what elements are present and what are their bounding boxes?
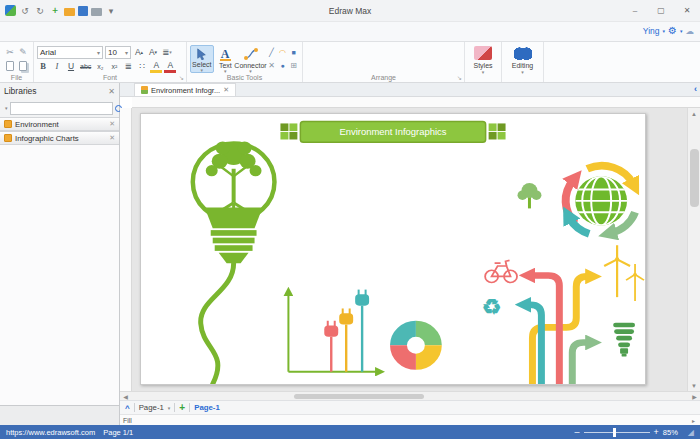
section-close-icon[interactable]: ✕ xyxy=(109,134,115,142)
scroll-right-icon[interactable]: ▶ xyxy=(689,393,700,400)
zoom-slider[interactable] xyxy=(584,432,650,433)
vertical-scroll-thumb[interactable] xyxy=(690,149,699,207)
erase-tool-icon[interactable]: ✕ xyxy=(268,61,275,70)
font-dialog-launcher-icon[interactable]: ↘ xyxy=(179,74,184,81)
strikethrough-button[interactable]: abc xyxy=(79,60,92,73)
zoom-level[interactable]: 85% xyxy=(663,428,678,437)
scroll-up-icon[interactable]: ▲ xyxy=(688,108,700,119)
settings-caret-icon[interactable]: ▾ xyxy=(680,28,683,34)
wind-turbines-icon[interactable] xyxy=(604,245,644,301)
align-text-button[interactable]: ≣▾ xyxy=(161,46,173,59)
horizontal-scroll-thumb[interactable] xyxy=(294,394,424,399)
ellipse-tool-icon[interactable]: ● xyxy=(280,62,284,69)
font-color-button[interactable]: A xyxy=(164,60,176,73)
horizontal-scrollbar[interactable]: ◀ ▶ xyxy=(120,391,700,400)
banner-shape[interactable]: Environment Infographics xyxy=(280,122,505,143)
underline-button[interactable]: U xyxy=(65,60,77,73)
resize-grip-icon[interactable]: ◢ xyxy=(688,428,694,437)
save-icon[interactable] xyxy=(78,6,88,16)
scroll-down-icon[interactable]: ▼ xyxy=(688,380,700,391)
plug-yellow xyxy=(339,308,353,371)
document-tab[interactable]: Environment Infogr... ✕ xyxy=(134,83,236,96)
page-selector[interactable]: Page-1 xyxy=(139,403,164,412)
globe-recycle-shape[interactable] xyxy=(566,166,635,234)
library-icon xyxy=(4,134,12,142)
bulb-tree-shape[interactable] xyxy=(193,141,275,384)
scroll-left-icon[interactable]: ◀ xyxy=(120,393,131,400)
cloud-icon[interactable]: ☁ xyxy=(686,26,695,36)
library-picker-caret-icon[interactable]: ▾ xyxy=(5,105,8,111)
line-spacing-button[interactable]: ≣ xyxy=(122,60,134,73)
page-selector-caret-icon[interactable]: ▾ xyxy=(168,405,171,411)
bullet-list-button[interactable]: ∷ xyxy=(136,60,148,73)
ribbon-group-arrange: Arrange ↘ xyxy=(303,42,465,82)
website-link[interactable]: https://www.edrawsoft.com xyxy=(6,428,95,437)
editing-button[interactable]: Editing ▾ xyxy=(505,45,540,75)
redo-icon[interactable]: ↻ xyxy=(34,5,46,17)
section-close-icon[interactable]: ✕ xyxy=(109,120,115,128)
close-button[interactable]: ✕ xyxy=(674,0,700,21)
plug-chart-shape[interactable] xyxy=(288,290,378,372)
collapse-pagebar-icon[interactable]: ˄ xyxy=(125,403,130,412)
select-tool-button[interactable]: Select▾ xyxy=(190,45,214,73)
quadrant-doughnut-shape[interactable] xyxy=(398,329,433,362)
maximize-button[interactable]: ▢ xyxy=(648,0,674,21)
styles-button[interactable]: Styles ▾ xyxy=(468,45,498,75)
collapse-panel-icon[interactable]: ‹ xyxy=(694,84,697,94)
draw-tools-grid: ╱ ◠ ■ ✕ ● ⊞ xyxy=(266,45,299,73)
grow-font-button[interactable]: A▴ xyxy=(133,46,145,59)
ribbon-group-editing: Editing ▾ xyxy=(502,42,544,82)
cut-icon[interactable]: ✂ xyxy=(6,47,14,57)
undo-icon[interactable]: ↺ xyxy=(19,5,31,17)
highlight-color-button[interactable]: A xyxy=(150,60,162,73)
add-page-button[interactable]: + xyxy=(179,402,185,413)
customize-toolbar-icon[interactable]: ▾ xyxy=(105,5,117,17)
user-name[interactable]: Ying xyxy=(643,26,660,36)
quick-access-toolbar: ↺ ↻ ＋ ▾ xyxy=(0,5,117,17)
library-search-input[interactable] xyxy=(10,102,113,115)
open-file-icon[interactable] xyxy=(64,8,75,16)
subscript-button[interactable]: x₂ xyxy=(94,60,106,73)
font-family-select[interactable]: Arial▾ xyxy=(37,46,103,59)
format-painter-icon[interactable]: ✎ xyxy=(19,47,27,57)
library-section-infographic-charts[interactable]: Infographic Charts ✕ xyxy=(0,131,119,145)
arc-tool-icon[interactable]: ◠ xyxy=(279,48,286,57)
drawing-canvas[interactable]: Environment Infographics xyxy=(132,108,687,391)
rectangle-tool-icon[interactable]: ■ xyxy=(291,49,295,56)
bicycle-icon[interactable] xyxy=(485,260,517,282)
new-file-icon[interactable]: ＋ xyxy=(49,5,61,17)
account-area[interactable]: Ying ▾ ⚙ ▾ ☁ xyxy=(643,25,694,36)
group-label-file: File xyxy=(0,74,33,81)
menu-bar: Ying ▾ ⚙ ▾ ☁ xyxy=(0,22,700,42)
arrange-dialog-launcher-icon[interactable]: ↘ xyxy=(457,74,462,81)
italic-button[interactable]: I xyxy=(51,60,63,73)
line-tool-icon[interactable]: ╱ xyxy=(269,48,274,57)
library-section-environment[interactable]: Environment ✕ xyxy=(0,117,119,131)
connector-tool-button[interactable]: Connector▾ xyxy=(237,45,264,73)
bold-button[interactable]: B xyxy=(37,60,49,73)
cfl-bulb-icon[interactable] xyxy=(613,323,635,357)
drawing-page[interactable]: Environment Infographics xyxy=(140,113,646,385)
minimize-button[interactable]: – xyxy=(622,0,648,21)
document-close-icon[interactable]: ✕ xyxy=(223,86,229,94)
print-icon[interactable] xyxy=(91,8,102,16)
recycle-symbol-icon[interactable]: ♻ xyxy=(482,296,502,319)
copy-icon[interactable] xyxy=(6,61,14,71)
shrink-font-button[interactable]: A▾ xyxy=(147,46,159,59)
palette-next-icon[interactable]: ▸ xyxy=(690,417,697,424)
zoom-out-button[interactable]: – xyxy=(575,427,580,437)
crop-tool-icon[interactable]: ⊞ xyxy=(290,61,297,70)
zoom-slider-thumb[interactable] xyxy=(613,428,616,437)
superscript-button[interactable]: x² xyxy=(108,60,120,73)
vertical-scrollbar[interactable]: ▲ ▼ xyxy=(687,108,700,391)
flow-arrows-shape[interactable] xyxy=(526,275,590,384)
paste-icon[interactable] xyxy=(19,61,27,71)
zoom-in-button[interactable]: + xyxy=(654,427,659,437)
active-page-tab[interactable]: Page-1 xyxy=(194,403,220,412)
font-size-select[interactable]: 10▾ xyxy=(105,46,131,59)
libraries-close-icon[interactable]: ✕ xyxy=(108,87,115,96)
fill-label: Fill xyxy=(123,417,132,424)
ribbon-group-file: ✂ ✎ File xyxy=(0,42,34,82)
settings-gear-icon[interactable]: ⚙ xyxy=(668,25,677,36)
user-caret-icon[interactable]: ▾ xyxy=(663,28,666,34)
